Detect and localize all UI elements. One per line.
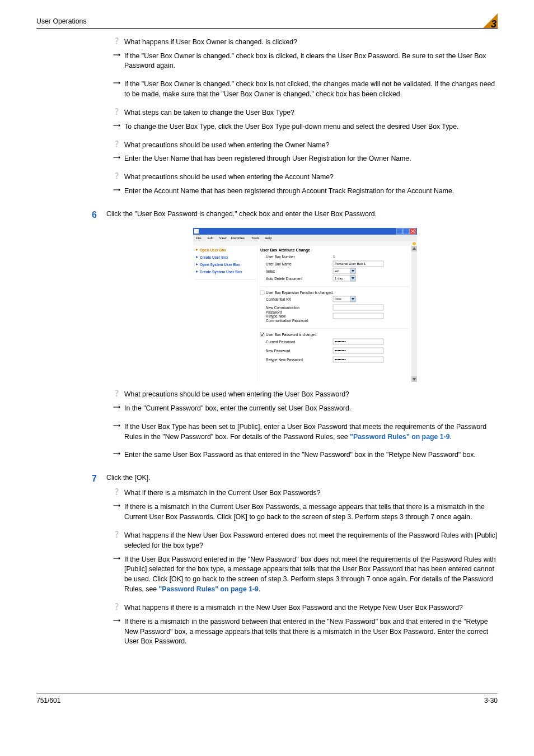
arrow-right-icon (112, 122, 121, 132)
svg-rect-8 (116, 146, 117, 147)
chapter-badge: 3 (483, 13, 498, 28)
svg-marker-92 (119, 405, 120, 409)
step-text: Click the "User Box Password is changed.… (106, 208, 498, 220)
svg-rect-16 (194, 229, 199, 234)
svg-rect-29 (193, 241, 417, 246)
arrow-right-icon (112, 555, 121, 565)
svg-marker-99 (119, 504, 120, 507)
page-header: User Operations 3 (36, 17, 498, 29)
svg-rect-18 (403, 228, 409, 234)
svg-marker-4 (119, 82, 120, 85)
svg-text:OFF: OFF (335, 297, 341, 301)
svg-text:User Box Password is changed.: User Box Password is changed. (266, 333, 317, 337)
svg-text:1: 1 (333, 255, 335, 259)
svg-marker-105 (119, 619, 120, 622)
question-icon (112, 531, 121, 542)
svg-text:User Box Expansion Function is: User Box Expansion Function is changed. (266, 291, 334, 295)
item-text: What precautions should be used when ent… (124, 172, 498, 184)
answer-item: If there is a mismatch in the password b… (112, 617, 498, 648)
question-item: What precautions should be used when ent… (112, 141, 498, 152)
svg-marker-96 (119, 452, 120, 456)
svg-rect-0 (116, 43, 117, 44)
svg-text:Favorites: Favorites (231, 236, 245, 240)
step-number: 6 (92, 208, 106, 221)
svg-text:New Communication: New Communication (266, 306, 299, 310)
svg-text:Open System User Box: Open System User Box (200, 263, 240, 267)
arrow-right-icon (112, 154, 121, 164)
svg-rect-97 (116, 494, 117, 495)
svg-marker-13 (119, 188, 120, 192)
svg-text:User Box Name: User Box Name (266, 262, 292, 266)
item-text: What if there is a mismatch in the Curre… (124, 488, 498, 500)
svg-point-30 (413, 242, 416, 245)
breadcrumb: User Operations (36, 17, 87, 27)
svg-text:1 day: 1 day (335, 277, 343, 280)
svg-text:Retype New: Retype New (266, 314, 286, 319)
svg-marker-102 (119, 557, 120, 560)
svg-rect-103 (116, 609, 117, 610)
svg-text:••••••••: •••••••• (335, 348, 346, 352)
question-icon (112, 603, 121, 614)
svg-text:User Box Number: User Box Number (266, 255, 295, 259)
svg-text:Password: Password (266, 310, 282, 314)
svg-text:Help: Help (265, 236, 272, 240)
svg-marker-7 (119, 124, 120, 127)
arrow-right-icon (112, 617, 121, 627)
question-item: What precautions should be used when ent… (112, 390, 498, 402)
svg-text:New Password: New Password (266, 349, 291, 353)
question-icon (112, 488, 121, 500)
arrow-right-icon (112, 404, 121, 414)
svg-text:Current Password: Current Password (266, 340, 295, 344)
answer-item: If there is a mismatch in the Current Us… (112, 502, 498, 524)
item-text: What precautions should be used when ent… (124, 141, 498, 152)
svg-text:Auto Delete Document: Auto Delete Document (266, 277, 303, 281)
item-text: What happens if there is a mismatch in t… (124, 603, 498, 615)
svg-rect-74 (333, 305, 383, 310)
answer-item: If the User Box Type has been set to [Pu… (112, 422, 498, 444)
embedded-screenshot: FileEditViewFavoritesToolsHelp Open User… (193, 228, 417, 382)
svg-text:User Box Attribute Change: User Box Attribute Change (260, 248, 310, 253)
svg-text:Edit: Edit (207, 236, 213, 240)
question-icon (112, 108, 121, 119)
item-text: Enter the User Name that has been regist… (124, 154, 498, 166)
svg-text:etc: etc (335, 269, 339, 273)
item-text: What steps can be taken to change the Us… (124, 108, 498, 120)
arrow-right-icon (112, 450, 121, 460)
svg-rect-77 (333, 313, 383, 319)
svg-rect-100 (116, 536, 117, 538)
svg-marker-94 (119, 424, 120, 427)
footer-right: 3-30 (484, 696, 498, 706)
svg-text:Communication Password: Communication Password (266, 319, 308, 323)
step-7: 7 Click the [OK]. (92, 472, 498, 485)
svg-text:Index: Index (266, 269, 275, 273)
item-text: If the "User Box Owner is changed." chec… (124, 52, 498, 73)
question-item: What steps can be taken to change the Us… (112, 108, 498, 120)
svg-text:Open User Box: Open User Box (200, 248, 226, 253)
svg-marker-2 (119, 53, 120, 57)
svg-text:Create User Box: Create User Box (200, 255, 228, 259)
answer-item: Enter the same User Box Password as that… (112, 450, 498, 462)
arrow-right-icon (112, 422, 121, 432)
svg-marker-10 (119, 156, 120, 160)
svg-rect-15 (193, 228, 417, 235)
answer-item: In the "Current Password" box, enter the… (112, 404, 498, 416)
svg-rect-17 (396, 228, 402, 234)
svg-text:File: File (196, 236, 202, 240)
answer-item: To change the User Box Type, click the U… (112, 122, 498, 134)
question-item: What if there is a mismatch in the Curre… (112, 488, 498, 500)
answer-item: Enter the User Name that has been regist… (112, 154, 498, 166)
answer-item: If the "User Box Owner is changed." chec… (112, 52, 498, 73)
arrow-right-icon (112, 80, 121, 90)
item-text: If there is a mismatch in the password b… (124, 617, 498, 648)
svg-text:Confidential RX: Confidential RX (266, 297, 292, 301)
svg-text:Retype New Password: Retype New Password (266, 358, 303, 362)
step-text: Click the [OK]. (106, 472, 498, 483)
question-item: What happens if User Box Owner is change… (112, 38, 498, 49)
svg-rect-43 (411, 246, 417, 382)
item-text: What happens if User Box Owner is change… (124, 38, 498, 49)
question-icon (112, 172, 121, 184)
step-6: 6 Click the "User Box Password is change… (92, 208, 498, 221)
item-text: What happens if the New User Box Passwor… (124, 531, 498, 553)
page-footer: 751/601 3-30 (36, 693, 498, 706)
svg-text:••••••••: •••••••• (335, 357, 346, 361)
